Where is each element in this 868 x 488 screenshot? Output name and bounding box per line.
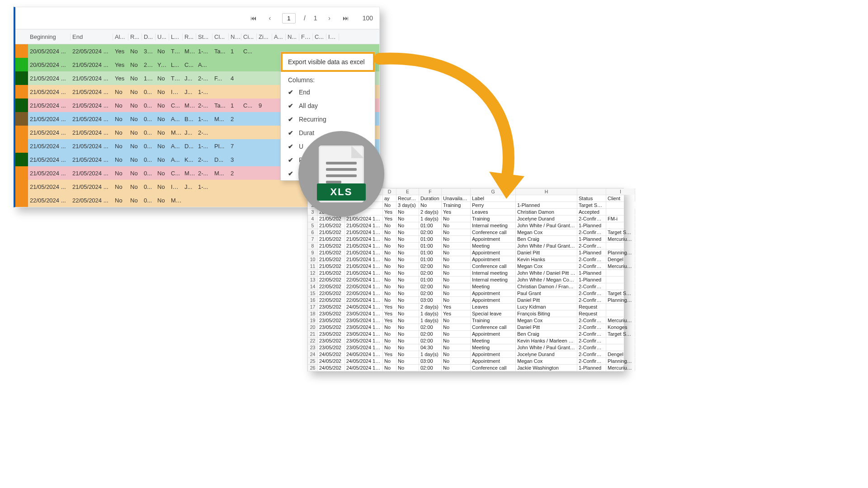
excel-cell: No xyxy=(396,277,419,283)
excel-cell: 22/05/202 xyxy=(318,277,345,283)
column-header[interactable]: U... xyxy=(156,33,169,40)
excel-row[interactable]: 2123/05/20223/05/2024 12:00NoNo02:00NoAp… xyxy=(308,331,624,338)
page-first-button[interactable]: ⏮ xyxy=(250,14,258,22)
cell: 2-... xyxy=(196,170,212,177)
excel-row-number: 12 xyxy=(308,270,318,276)
excel-row[interactable]: 1823/05/20223/05/2024 18:00YesNo1 day(s)… xyxy=(308,310,624,317)
excel-row[interactable]: 721/05/20221/05/2024 11:00NoNo01:00NoApp… xyxy=(308,236,624,243)
excel-cell: 23/05/2024 18:00 xyxy=(345,317,383,324)
excel-row[interactable]: 1923/05/20223/05/2024 18:00YesNo1 day(s)… xyxy=(308,317,624,324)
excel-row[interactable]: 621/05/20221/05/2024 12:00NoNo02:00NoCon… xyxy=(308,229,624,236)
page-next-button[interactable]: › xyxy=(326,14,334,22)
cell: No xyxy=(156,48,169,55)
cell: No xyxy=(128,61,142,68)
excel-cell: 24/05/2024 15:00 xyxy=(345,358,383,364)
excel-cell: 02:00 xyxy=(419,290,442,296)
excel-row[interactable]: 821/05/20221/05/2024 11:30NoNo01:00NoMee… xyxy=(308,243,624,249)
excel-cell: 02:00 xyxy=(419,283,442,290)
column-header[interactable]: Al... xyxy=(113,33,128,40)
excel-row[interactable]: 2524/05/20224/05/2024 15:00NoNo03:00NoAp… xyxy=(308,358,624,365)
column-header[interactable]: End xyxy=(71,33,113,40)
excel-row[interactable]: 521/05/20221/05/2024 10:00NoNo01:00NoInt… xyxy=(308,222,624,229)
column-header[interactable]: Beginning xyxy=(28,33,71,40)
excel-row[interactable]: 1422/05/20222/05/2024 12:00NoNo02:00NoMe… xyxy=(308,283,624,290)
column-toggle-item[interactable]: ✔Recurring xyxy=(281,113,375,126)
cell: C... xyxy=(169,170,183,177)
row-color-chip xyxy=(15,180,28,193)
cell: No xyxy=(128,143,142,150)
row-color-chip xyxy=(15,166,28,180)
column-header[interactable]: St... xyxy=(196,33,212,40)
excel-row[interactable]: 1723/05/20224/05/2024 18:00YesNo2 day(s)… xyxy=(308,304,624,310)
excel-row[interactable]: 921/05/20221/05/2024 12:00NoNo01:00NoApp… xyxy=(308,249,624,256)
column-header[interactable]: A... xyxy=(272,33,286,40)
excel-row[interactable]: 1622/05/20222/05/2024 17:00NoNo03:00NoAp… xyxy=(308,297,624,304)
cell: Yes xyxy=(113,61,128,68)
check-icon: ✔ xyxy=(288,156,294,164)
excel-cell: No xyxy=(396,331,419,337)
rows-per-page[interactable]: 100 xyxy=(363,14,373,22)
excel-cell: Yes xyxy=(383,216,396,222)
excel-row[interactable]: 2223/05/20223/05/2024 13:00NoNo02:00NoMe… xyxy=(308,338,624,344)
excel-cell: 24/05/2024 18:00 xyxy=(345,304,383,310)
excel-cell: John White / Megan Cox / Daniel xyxy=(516,277,577,283)
column-header[interactable]: D... xyxy=(142,33,156,40)
column-toggle-item[interactable]: ✔All day xyxy=(281,99,375,113)
excel-cell: Mercurius Bu xyxy=(606,263,635,269)
column-toggle-item[interactable]: ✔End xyxy=(281,85,375,99)
excel-row[interactable]: 1021/05/20221/05/2024 13:00NoNo01:00NoAp… xyxy=(308,256,624,263)
excel-cell: No xyxy=(383,338,396,344)
excel-cell: No xyxy=(396,216,419,222)
column-header[interactable]: R... xyxy=(128,33,142,40)
column-header[interactable]: Cl... xyxy=(212,33,229,40)
column-header[interactable]: Zi... xyxy=(257,33,272,40)
excel-row[interactable]: 2624/05/20224/05/2024 11:00NoNo02:00NoCo… xyxy=(308,365,624,371)
column-header[interactable]: R... xyxy=(183,33,196,40)
excel-row[interactable]: 2023/05/20223/05/2024 11:00NoNo02:00NoCo… xyxy=(308,324,624,331)
export-excel-menu-item[interactable]: Export visible data as excel xyxy=(281,52,375,72)
excel-cell xyxy=(606,277,635,283)
excel-row[interactable]: 1322/05/20222/05/2024 10:00NoNo01:00NoIn… xyxy=(308,277,624,283)
cell: 1-... xyxy=(196,183,212,190)
page-prev-button[interactable]: ‹ xyxy=(266,14,274,22)
excel-row-number: 26 xyxy=(308,365,318,371)
column-header[interactable]: L... xyxy=(169,33,183,40)
excel-row-number: 17 xyxy=(308,304,318,310)
check-icon: ✔ xyxy=(288,116,294,123)
page-number-input[interactable] xyxy=(282,13,296,23)
excel-row[interactable]: 2424/05/20224/05/2024 18:00YesNo1 day(s)… xyxy=(308,351,624,358)
cell: C... xyxy=(183,61,196,68)
column-header[interactable]: N... xyxy=(229,33,241,40)
excel-cell: 2-Confirmed xyxy=(577,283,606,290)
cell: No xyxy=(113,102,128,109)
column-header[interactable]: N... xyxy=(286,33,299,40)
cell: 21/05/2024 ... xyxy=(28,156,71,163)
excel-row[interactable]: 1221/05/20221/05/2024 16:00NoNo02:00NoIn… xyxy=(308,270,624,277)
column-header[interactable]: C... xyxy=(313,33,326,40)
excel-cell: 24/05/202 xyxy=(318,351,345,357)
excel-cell: 02:00 xyxy=(419,263,442,269)
excel-row[interactable]: 421/05/20221/05/2024 18:00YesNo1 day(s)N… xyxy=(308,216,624,222)
cell: 21/05/2024 ... xyxy=(28,116,71,122)
column-header[interactable]: Fi... xyxy=(299,33,313,40)
excel-cell: Target Skills xyxy=(606,229,635,235)
column-menu-button[interactable]: I...≡ xyxy=(326,33,339,40)
excel-row[interactable]: 2323/05/20223/05/2024 18:00NoNo04:30NoMe… xyxy=(308,344,624,351)
excel-cell xyxy=(606,243,635,249)
excel-cell: No xyxy=(383,256,396,263)
column-header[interactable]: Ci... xyxy=(241,33,257,40)
cell: 22/05/2024 ... xyxy=(28,197,71,204)
excel-cell: No xyxy=(383,290,396,296)
cell: No xyxy=(113,116,128,122)
excel-cell: 03:00 xyxy=(419,358,442,364)
excel-cell: No xyxy=(396,297,419,303)
excel-row[interactable]: 1522/05/20222/05/2024 15:00NoNo02:00NoAp… xyxy=(308,290,624,297)
excel-cell: No xyxy=(442,249,471,256)
cell: C... xyxy=(169,102,183,109)
excel-row[interactable]: 1121/05/20221/05/2024 16:00NoNo02:00NoCo… xyxy=(308,263,624,270)
page-last-button[interactable]: ⏭ xyxy=(342,14,350,22)
excel-cell: 2-Confirmed xyxy=(577,229,606,235)
excel-cell: Paul Grant xyxy=(516,290,577,296)
excel-cell: No xyxy=(383,222,396,229)
excel-cell: 24/05/2024 11:00 xyxy=(345,365,383,371)
